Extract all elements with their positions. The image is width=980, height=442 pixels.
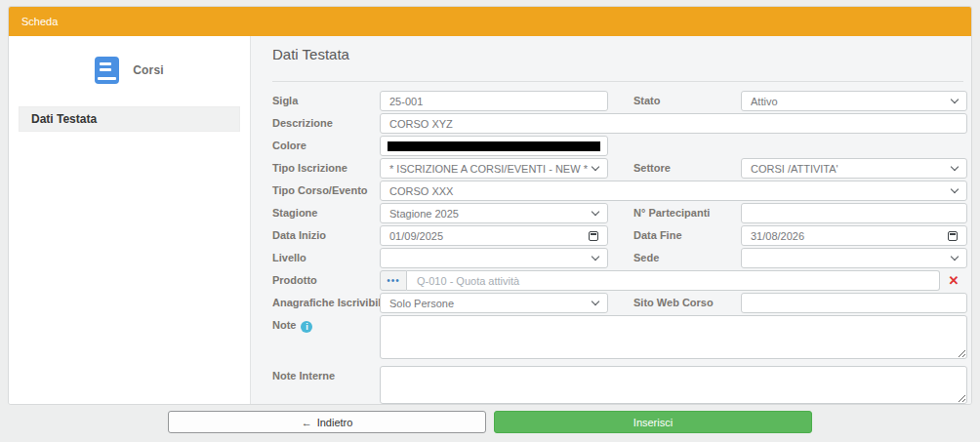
n-partecipanti-input[interactable] (741, 203, 967, 223)
data-fine-date-input[interactable]: 31/08/2026 (741, 225, 967, 246)
prodotto-group: ••• Q-010 - Quota attività (380, 270, 940, 291)
stato-select[interactable]: Attivo (741, 91, 967, 111)
main-panel: Dati Testata Sigla Stato Attivo Descrizi… (251, 36, 971, 404)
module-label: Corsi (133, 63, 164, 77)
sede-label: Sede (633, 248, 659, 268)
prodotto-value: Q-010 - Quota attività (417, 275, 519, 287)
stagione-select-value: Stagione 2025 (389, 208, 592, 220)
note-label-text: Note (272, 319, 296, 331)
submit-button-label: Inserisci (633, 417, 673, 428)
sigla-input[interactable] (380, 91, 608, 111)
settore-label: Settore (633, 158, 671, 179)
note-interne-label: Note Interne (272, 366, 335, 386)
sidebar-item-dati-testata[interactable]: Dati Testata (19, 106, 240, 132)
descrizione-label: Descrizione (272, 113, 333, 134)
data-inizio-value: 01/09/2025 (389, 230, 589, 242)
sito-web-corso-label: Sito Web Corso (633, 293, 714, 313)
settore-select-value: CORSI /ATTIVITA' (751, 163, 952, 175)
data-inizio-label: Data Inizio (272, 225, 326, 246)
sidebar: Corsi Dati Testata (9, 36, 251, 404)
chevron-down-icon (951, 163, 959, 171)
footer-actions: ← Indietro Inserisci (0, 411, 980, 433)
n-partecipanti-label: N° Partecipanti (633, 203, 710, 223)
chevron-down-icon (592, 253, 599, 261)
back-button-label: Indietro (317, 417, 353, 428)
chevron-down-icon (592, 298, 599, 305)
window-body: Corsi Dati Testata Dati Testata Sigla St… (9, 36, 971, 404)
sito-web-corso-input[interactable] (741, 293, 967, 313)
back-button[interactable]: ← Indietro (168, 411, 486, 433)
submit-button[interactable]: Inserisci (494, 411, 812, 433)
chevron-down-icon (951, 185, 959, 193)
anagrafiche-iscrivibili-select[interactable]: Solo Persone (380, 293, 608, 313)
tipo-corso-evento-select-value: CORSO XXX (389, 185, 952, 197)
note-label: Notei (272, 315, 312, 336)
sede-select[interactable] (741, 248, 967, 268)
scheda-window: Scheda Corsi Dati Testata Dati Testata S… (8, 6, 972, 405)
book-icon (95, 57, 119, 84)
chevron-down-icon (592, 208, 599, 216)
info-icon[interactable]: i (301, 321, 312, 333)
data-inizio-date-input[interactable]: 01/09/2025 (380, 225, 608, 246)
tipo-corso-evento-select[interactable]: CORSO XXX (380, 181, 967, 201)
settore-select[interactable]: CORSI /ATTIVITA' (741, 158, 967, 179)
stagione-label: Stagione (272, 203, 317, 223)
livello-select[interactable] (380, 248, 608, 268)
tipo-iscrizione-select[interactable]: * ISCRIZIONE A CORSI/EVENTI - NEW * (380, 158, 608, 179)
data-fine-label: Data Fine (633, 225, 682, 246)
colore-label: Colore (272, 136, 306, 156)
chevron-down-icon (592, 163, 599, 171)
calendar-icon (948, 231, 958, 241)
prodotto-remove-icon[interactable]: ✕ (946, 270, 961, 291)
colore-color-input[interactable] (380, 136, 608, 156)
window-titlebar: Scheda (9, 7, 971, 36)
chevron-down-icon (951, 253, 959, 261)
window-title: Scheda (21, 16, 58, 27)
stato-label: Stato (633, 91, 661, 111)
anagrafiche-iscrivibili-select-value: Solo Persone (389, 298, 592, 309)
note-interne-textarea[interactable] (380, 366, 967, 404)
section-divider (272, 81, 963, 82)
descrizione-input[interactable] (380, 113, 967, 134)
calendar-icon (589, 231, 598, 241)
stagione-select[interactable]: Stagione 2025 (380, 203, 608, 223)
sidebar-module-corsi[interactable]: Corsi (9, 50, 250, 91)
prodotto-lookup-button[interactable]: ••• (380, 270, 407, 291)
tipo-iscrizione-label: Tipo Iscrizione (272, 158, 347, 179)
prodotto-input[interactable]: Q-010 - Quota attività (407, 270, 940, 291)
color-swatch (388, 141, 600, 151)
anagrafiche-iscrivibili-label: Anagrafiche Iscrivibili (272, 293, 384, 313)
sigla-label: Sigla (272, 91, 298, 111)
section-title: Dati Testata (272, 46, 349, 62)
prodotto-label: Prodotto (272, 270, 317, 291)
chevron-down-icon (951, 96, 959, 103)
back-arrow-icon: ← (302, 417, 312, 428)
tipo-iscrizione-select-value: * ISCRIZIONE A CORSI/EVENTI - NEW * (389, 163, 592, 175)
data-fine-value: 31/08/2026 (751, 230, 948, 242)
tipo-corso-evento-label: Tipo Corso/Evento (272, 181, 368, 201)
note-textarea[interactable] (380, 315, 967, 359)
sidebar-item-label: Dati Testata (31, 112, 97, 126)
stato-select-value: Attivo (751, 96, 952, 107)
livello-label: Livello (272, 248, 306, 268)
